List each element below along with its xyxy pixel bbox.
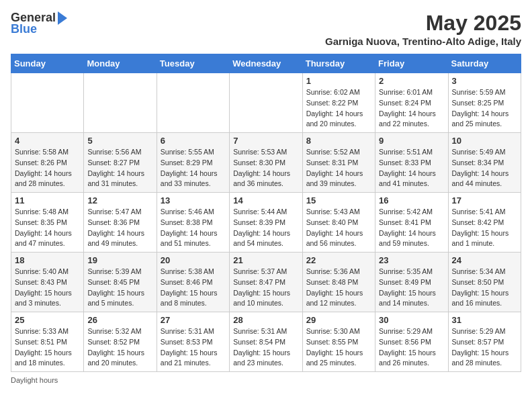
calendar-week-1: 1Sunrise: 6:02 AMSunset: 8:22 PMDaylight… [11,73,521,133]
day-number: 28 [233,315,298,325]
day-info: Sunrise: 5:32 AMSunset: 8:52 PMDaylight:… [87,326,152,369]
day-info: Sunrise: 5:37 AMSunset: 8:47 PMDaylight:… [233,267,298,309]
calendar-cell: 14Sunrise: 5:44 AMSunset: 8:39 PMDayligh… [230,193,302,253]
day-number: 1 [306,76,371,86]
day-number: 4 [15,136,80,146]
logo-arrow-icon [58,11,67,25]
calendar-cell: 4Sunrise: 5:58 AMSunset: 8:26 PMDaylight… [11,133,84,193]
day-number: 15 [306,195,371,205]
day-number: 2 [379,76,444,86]
day-info: Sunrise: 5:46 AMSunset: 8:38 PMDaylight:… [161,207,226,249]
day-info: Sunrise: 5:33 AMSunset: 8:51 PMDaylight:… [15,326,80,369]
calendar-cell: 30Sunrise: 5:29 AMSunset: 8:56 PMDayligh… [375,312,448,372]
calendar-header-saturday: Saturday [448,54,521,73]
calendar-cell: 9Sunrise: 5:51 AMSunset: 8:33 PMDaylight… [375,133,448,193]
calendar-week-5: 25Sunrise: 5:33 AMSunset: 8:51 PMDayligh… [11,312,521,372]
calendar-cell: 6Sunrise: 5:55 AMSunset: 8:29 PMDaylight… [157,133,229,193]
calendar-cell: 5Sunrise: 5:56 AMSunset: 8:27 PMDaylight… [84,133,157,193]
day-number: 23 [379,255,444,265]
day-number: 10 [452,136,517,146]
day-info: Sunrise: 5:40 AMSunset: 8:43 PMDaylight:… [15,267,80,309]
day-number: 21 [233,255,298,265]
day-number: 16 [379,195,444,205]
calendar-cell: 8Sunrise: 5:52 AMSunset: 8:31 PMDaylight… [302,133,375,193]
calendar-cell: 28Sunrise: 5:31 AMSunset: 8:54 PMDayligh… [230,312,302,372]
day-number: 19 [87,255,152,265]
day-number: 5 [87,136,152,146]
calendar-cell: 21Sunrise: 5:37 AMSunset: 8:47 PMDayligh… [230,253,302,312]
day-number: 25 [15,315,80,325]
day-number: 29 [306,315,371,325]
day-info: Sunrise: 5:42 AMSunset: 8:41 PMDaylight:… [379,207,444,249]
day-info: Sunrise: 5:29 AMSunset: 8:57 PMDaylight:… [452,326,517,369]
day-info: Sunrise: 5:30 AMSunset: 8:55 PMDaylight:… [306,326,371,369]
day-info: Sunrise: 6:02 AMSunset: 8:22 PMDaylight:… [306,87,371,130]
calendar-header-row: SundayMondayTuesdayWednesdayThursdayFrid… [11,54,521,73]
calendar-header-friday: Friday [375,54,448,73]
day-number: 11 [15,195,80,205]
day-info: Sunrise: 5:48 AMSunset: 8:35 PMDaylight:… [15,207,80,249]
day-info: Sunrise: 5:43 AMSunset: 8:40 PMDaylight:… [306,207,371,249]
month-title: May 2025 [325,11,521,36]
day-info: Sunrise: 5:36 AMSunset: 8:48 PMDaylight:… [306,267,371,309]
calendar-cell: 19Sunrise: 5:39 AMSunset: 8:45 PMDayligh… [84,253,157,312]
day-number: 6 [161,136,226,146]
calendar-cell [230,73,302,133]
calendar-cell: 12Sunrise: 5:47 AMSunset: 8:36 PMDayligh… [84,193,157,253]
day-number: 26 [87,315,152,325]
day-number: 13 [161,195,226,205]
day-number: 17 [452,195,517,205]
calendar-week-3: 11Sunrise: 5:48 AMSunset: 8:35 PMDayligh… [11,193,521,253]
logo: General Blue [11,11,67,36]
day-number: 24 [452,255,517,265]
title-section: May 2025 Garniga Nuova, Trentino-Alto Ad… [325,11,521,47]
day-info: Sunrise: 5:29 AMSunset: 8:56 PMDaylight:… [379,326,444,369]
calendar-cell: 7Sunrise: 5:53 AMSunset: 8:30 PMDaylight… [230,133,302,193]
day-info: Sunrise: 5:35 AMSunset: 8:49 PMDaylight:… [379,267,444,309]
footer-note: Daylight hours [11,376,521,384]
calendar-cell [157,73,229,133]
calendar-cell: 1Sunrise: 6:02 AMSunset: 8:22 PMDaylight… [302,73,375,133]
day-number: 18 [15,255,80,265]
calendar-cell: 16Sunrise: 5:42 AMSunset: 8:41 PMDayligh… [375,193,448,253]
calendar-week-2: 4Sunrise: 5:58 AMSunset: 8:26 PMDaylight… [11,133,521,193]
calendar-cell: 18Sunrise: 5:40 AMSunset: 8:43 PMDayligh… [11,253,84,312]
calendar-header-thursday: Thursday [302,54,375,73]
day-info: Sunrise: 5:55 AMSunset: 8:29 PMDaylight:… [161,147,226,189]
day-number: 27 [161,315,226,325]
day-info: Sunrise: 5:59 AMSunset: 8:25 PMDaylight:… [452,87,517,130]
day-info: Sunrise: 5:44 AMSunset: 8:39 PMDaylight:… [233,207,298,249]
day-info: Sunrise: 5:31 AMSunset: 8:54 PMDaylight:… [233,326,298,369]
calendar-header-tuesday: Tuesday [157,54,229,73]
day-info: Sunrise: 5:56 AMSunset: 8:27 PMDaylight:… [87,147,152,189]
day-number: 8 [306,136,371,146]
location-subtitle: Garniga Nuova, Trentino-Alto Adige, Ital… [325,36,521,47]
calendar-table: SundayMondayTuesdayWednesdayThursdayFrid… [11,54,521,372]
calendar-cell: 25Sunrise: 5:33 AMSunset: 8:51 PMDayligh… [11,312,84,372]
calendar-cell: 26Sunrise: 5:32 AMSunset: 8:52 PMDayligh… [84,312,157,372]
calendar-cell: 29Sunrise: 5:30 AMSunset: 8:55 PMDayligh… [302,312,375,372]
day-info: Sunrise: 5:47 AMSunset: 8:36 PMDaylight:… [87,207,152,249]
calendar-cell: 15Sunrise: 5:43 AMSunset: 8:40 PMDayligh… [302,193,375,253]
day-number: 30 [379,315,444,325]
day-info: Sunrise: 5:58 AMSunset: 8:26 PMDaylight:… [15,147,80,189]
calendar-cell: 13Sunrise: 5:46 AMSunset: 8:38 PMDayligh… [157,193,229,253]
day-number: 22 [306,255,371,265]
calendar-cell: 10Sunrise: 5:49 AMSunset: 8:34 PMDayligh… [448,133,521,193]
day-info: Sunrise: 5:38 AMSunset: 8:46 PMDaylight:… [161,267,226,309]
calendar-cell: 23Sunrise: 5:35 AMSunset: 8:49 PMDayligh… [375,253,448,312]
day-number: 14 [233,195,298,205]
day-number: 12 [87,195,152,205]
calendar-cell [84,73,157,133]
calendar-header-monday: Monday [84,54,157,73]
day-info: Sunrise: 5:31 AMSunset: 8:53 PMDaylight:… [161,326,226,369]
calendar-cell: 3Sunrise: 5:59 AMSunset: 8:25 PMDaylight… [448,73,521,133]
day-number: 20 [161,255,226,265]
day-number: 3 [452,76,517,86]
day-info: Sunrise: 5:51 AMSunset: 8:33 PMDaylight:… [379,147,444,189]
calendar-cell: 24Sunrise: 5:34 AMSunset: 8:50 PMDayligh… [448,253,521,312]
calendar-header-wednesday: Wednesday [230,54,302,73]
day-info: Sunrise: 6:01 AMSunset: 8:24 PMDaylight:… [379,87,444,130]
day-info: Sunrise: 5:41 AMSunset: 8:42 PMDaylight:… [452,207,517,249]
day-info: Sunrise: 5:39 AMSunset: 8:45 PMDaylight:… [87,267,152,309]
